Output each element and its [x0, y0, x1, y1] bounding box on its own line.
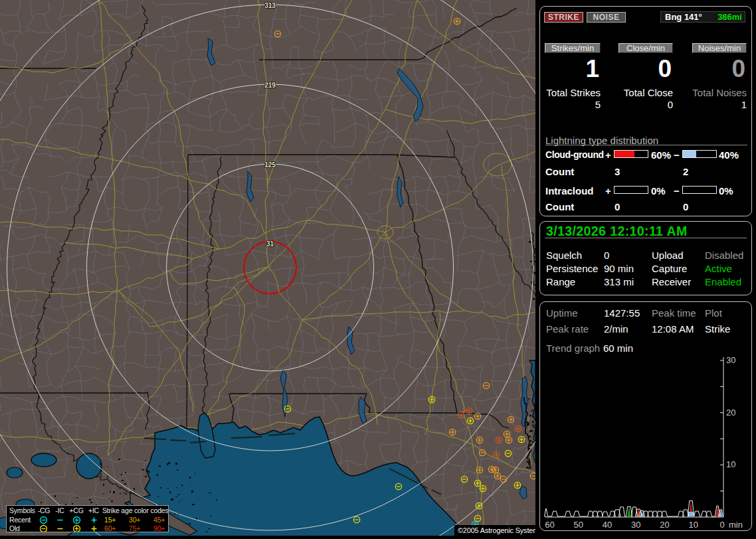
- svg-text:10: 10: [726, 459, 735, 469]
- svg-text:20: 20: [726, 408, 735, 418]
- svg-text:50: 50: [574, 520, 583, 530]
- svg-text:30: 30: [726, 355, 735, 365]
- svg-text:10: 10: [689, 520, 698, 530]
- svg-text:20: 20: [660, 520, 669, 530]
- svg-text:0: 0: [719, 520, 724, 530]
- svg-text:219: 219: [264, 82, 276, 89]
- svg-text:31: 31: [266, 240, 274, 248]
- svg-text:40: 40: [603, 520, 612, 530]
- svg-text:60: 60: [545, 520, 554, 530]
- svg-text:313: 313: [264, 2, 276, 9]
- svg-text:min: min: [729, 520, 743, 530]
- svg-text:125: 125: [264, 161, 276, 169]
- svg-text:30: 30: [631, 520, 640, 530]
